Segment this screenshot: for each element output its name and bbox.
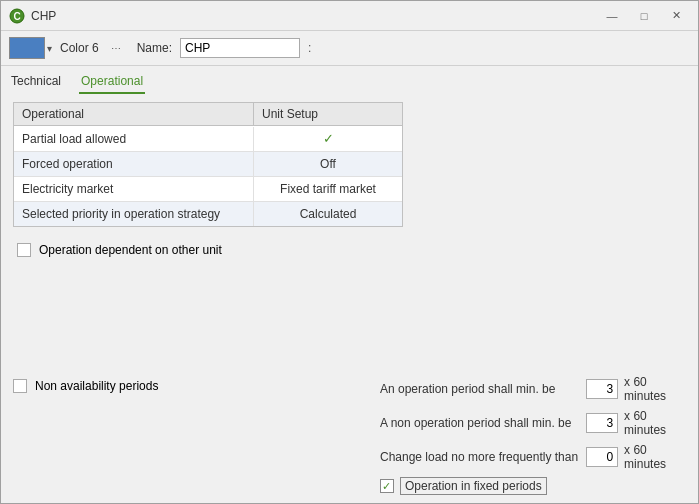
period-input-1[interactable] [586,413,618,433]
color-swatch [9,37,45,59]
title-bar: C CHP — □ ✕ [1,1,698,31]
more-options-button[interactable]: ⋯ [107,41,125,56]
non-availability-label: Non availability periods [35,379,158,393]
content-area: Operational Unit Setup Partial load allo… [1,94,698,367]
row-1-value: Off [254,152,402,176]
period-input-0[interactable] [586,379,618,399]
period-row-1: A non operation period shall min. be x 6… [380,409,686,437]
maximize-button[interactable]: □ [630,6,658,26]
fixed-periods-checkbox[interactable]: ✓ [380,479,394,493]
period-input-2[interactable] [586,447,618,467]
non-availability-checkbox[interactable] [13,379,27,393]
header-cell-1: Unit Setup [254,103,326,125]
fixed-periods-label: Operation in fixed periods [400,477,547,495]
period-label-1: A non operation period shall min. be [380,416,580,430]
svg-text:C: C [13,11,20,22]
period-row-2: Change load no more frequently than x 60… [380,443,686,471]
row-2-value: Fixed tariff market [254,177,402,201]
header-cell-0: Operational [14,103,254,125]
bottom-section: Non availability periods An operation pe… [1,367,698,503]
row-2-label: Electricity market [14,177,254,201]
app-icon: C [9,8,25,24]
name-input[interactable] [180,38,300,58]
tab-technical[interactable]: Technical [9,70,63,94]
row-3-label: Selected priority in operation strategy [14,202,254,226]
title-bar-left: C CHP [9,8,56,24]
color-label: Color 6 [60,41,99,55]
name-options-button[interactable]: : [308,41,311,55]
operation-dependent-label: Operation dependent on other unit [39,243,222,257]
minimize-button[interactable]: — [598,6,626,26]
table-header: Operational Unit Setup [14,103,402,126]
period-label-2: Change load no more frequently than [380,450,580,464]
period-unit-0: x 60 minutes [624,375,686,403]
table-row: Forced operation Off [14,152,402,177]
period-label-0: An operation period shall min. be [380,382,580,396]
main-window: C CHP — □ ✕ ▾ Color 6 ⋯ Name: : Technica… [0,0,699,504]
name-label: Name: [137,41,172,55]
color-picker[interactable]: ▾ [9,37,52,59]
window-title: CHP [31,9,56,23]
row-0-value: ✓ [254,126,402,151]
row-3-value: Calculated [254,202,402,226]
table-row: Selected priority in operation strategy … [14,202,402,226]
table-row: Electricity market Fixed tariff market [14,177,402,202]
settings-table: Operational Unit Setup Partial load allo… [13,102,403,227]
right-panel: An operation period shall min. be x 60 m… [380,375,686,495]
color-dropdown-arrow[interactable]: ▾ [47,43,52,54]
period-unit-1: x 60 minutes [624,409,686,437]
close-button[interactable]: ✕ [662,6,690,26]
operation-dependent-checkbox[interactable] [17,243,31,257]
check-icon-0: ✓ [323,131,334,146]
period-row-0: An operation period shall min. be x 60 m… [380,375,686,403]
non-availability-row: Non availability periods [13,379,158,393]
table-row: Partial load allowed ✓ [14,126,402,152]
tab-operational[interactable]: Operational [79,70,145,94]
fixed-periods-row: ✓ Operation in fixed periods [380,477,686,495]
toolbar: ▾ Color 6 ⋯ Name: : [1,31,698,66]
title-bar-controls: — □ ✕ [598,6,690,26]
tabs-container: Technical Operational [1,66,698,94]
row-0-label: Partial load allowed [14,127,254,151]
row-1-label: Forced operation [14,152,254,176]
operation-dependent-row: Operation dependent on other unit [17,243,686,257]
period-unit-2: x 60 minutes [624,443,686,471]
